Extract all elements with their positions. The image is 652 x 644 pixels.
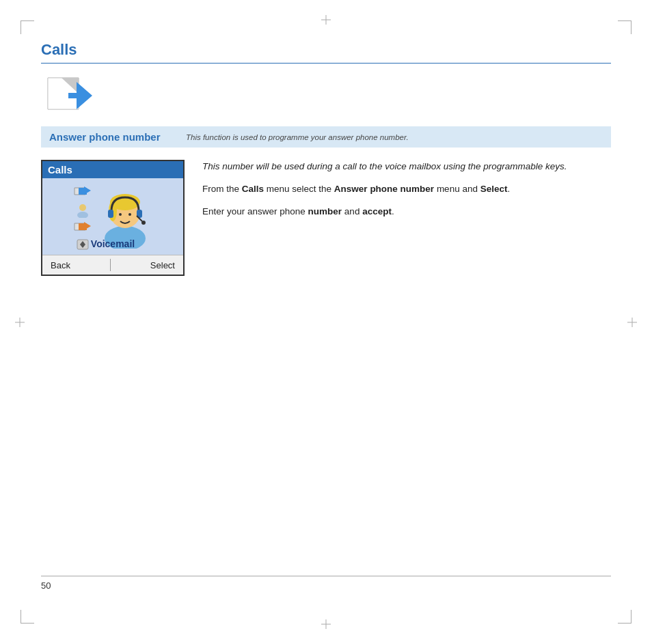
desc3-accept: accept xyxy=(362,206,392,216)
desc3-end: . xyxy=(392,206,394,216)
person-icon xyxy=(73,203,92,218)
desc2-calls: Calls xyxy=(242,184,264,194)
desc2-menu: Answer phone number xyxy=(334,184,434,194)
svg-point-22 xyxy=(119,213,122,216)
footer-divider xyxy=(110,259,111,271)
desc3-number: number xyxy=(308,206,342,216)
voicemail-label: Voicemail xyxy=(91,238,135,249)
crosshair-bottom xyxy=(321,619,331,629)
desc2-middle: menu select the xyxy=(264,184,334,194)
corner-mark-tr xyxy=(618,20,631,34)
phone-screen-body: Voicemail xyxy=(42,178,183,255)
description-paragraph-1: This number will be used during a call t… xyxy=(202,160,611,174)
crosshair-right xyxy=(627,318,637,327)
svg-point-9 xyxy=(77,212,88,218)
phone-screen-mockup: Calls xyxy=(41,160,185,276)
desc3-middle: and xyxy=(342,206,362,216)
calls-icon-1 xyxy=(73,185,92,200)
crosshair-left xyxy=(15,318,25,327)
svg-rect-20 xyxy=(108,210,113,218)
description-paragraph-2: From the Calls menu select the Answer ph… xyxy=(202,182,611,197)
section-title: Answer phone number xyxy=(49,131,172,143)
desc3-prefix: Enter your answer phone xyxy=(202,206,308,216)
main-content: Calls xyxy=(41,160,611,276)
phone-screen-header: Calls xyxy=(42,161,183,178)
svg-point-23 xyxy=(128,213,131,216)
svg-rect-4 xyxy=(68,93,82,98)
page-number: 50 xyxy=(41,576,611,591)
crosshair-top xyxy=(321,15,331,25)
calls-icon-2 xyxy=(73,221,92,236)
corner-mark-tl xyxy=(21,20,34,34)
description-paragraph-3: Enter your answer phone number and accep… xyxy=(202,205,611,219)
desc2-prefix: From the xyxy=(202,184,242,194)
desc2-select: Select xyxy=(480,184,508,194)
svg-point-8 xyxy=(79,204,86,211)
corner-mark-bl xyxy=(21,610,34,624)
corner-mark-br xyxy=(618,610,631,624)
page-content: Calls Answer phone number This function … xyxy=(41,41,611,603)
svg-marker-12 xyxy=(84,222,91,230)
select-button[interactable]: Select xyxy=(150,260,175,270)
phone-icon-area xyxy=(41,73,611,114)
description-area: This number will be used during a call t… xyxy=(202,160,611,227)
desc2-end: . xyxy=(507,184,510,194)
phone-screen-footer: Back Select xyxy=(42,255,183,275)
svg-point-24 xyxy=(141,221,146,225)
section-header: Answer phone number This function is use… xyxy=(41,126,611,148)
page-title: Calls xyxy=(41,41,611,64)
desc2-suffix: menu and xyxy=(434,184,480,194)
phone-screen-icons xyxy=(73,185,92,251)
svg-marker-7 xyxy=(84,186,91,195)
calls-icon xyxy=(41,73,103,114)
back-button[interactable]: Back xyxy=(51,260,70,270)
nav-arrows xyxy=(76,238,90,251)
section-description: This function is used to programme your … xyxy=(186,133,409,141)
